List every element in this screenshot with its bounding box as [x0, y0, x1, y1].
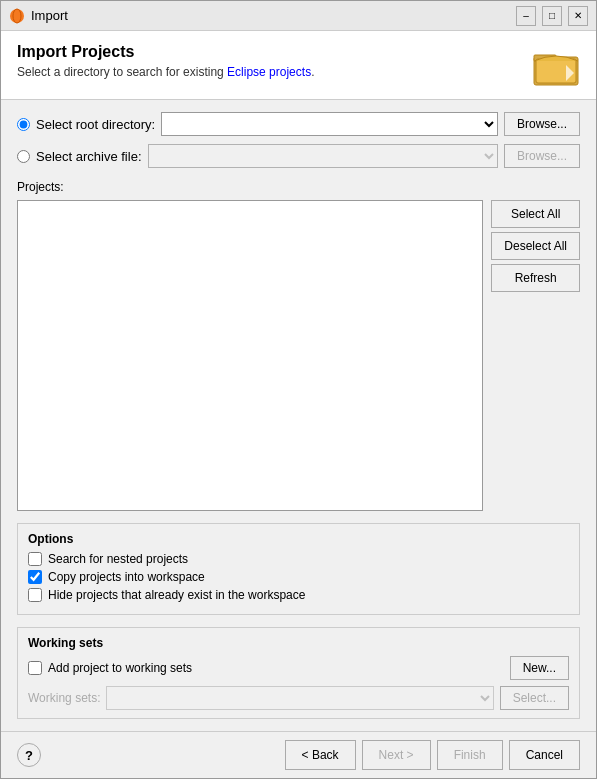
page-title: Import Projects	[17, 43, 314, 61]
add-working-sets-row: Add project to working sets	[28, 661, 502, 675]
projects-label: Projects:	[17, 180, 580, 194]
archive-file-browse-button[interactable]: Browse...	[504, 144, 580, 168]
projects-list	[17, 200, 483, 511]
root-directory-row: Select root directory: Browse...	[17, 112, 580, 136]
archive-file-label: Select archive file:	[36, 149, 142, 164]
options-section: Options Search for nested projects Copy …	[17, 523, 580, 615]
search-nested-checkbox[interactable]	[28, 552, 42, 566]
hide-existing-row: Hide projects that already exist in the …	[28, 588, 569, 602]
eclipse-link[interactable]: Eclipse projects	[227, 65, 311, 79]
close-button[interactable]: ✕	[568, 6, 588, 26]
root-directory-select[interactable]	[161, 112, 498, 136]
add-working-sets-label: Add project to working sets	[48, 661, 192, 675]
working-sets-title: Working sets	[28, 636, 569, 650]
working-sets-select-row: Working sets: Select...	[28, 686, 569, 710]
copy-projects-checkbox[interactable]	[28, 570, 42, 584]
select-all-button[interactable]: Select All	[491, 200, 580, 228]
import-dialog: Import – □ ✕ Import Projects Select a di…	[0, 0, 597, 779]
search-nested-row: Search for nested projects	[28, 552, 569, 566]
help-button[interactable]: ?	[17, 743, 41, 767]
copy-projects-row: Copy projects into workspace	[28, 570, 569, 584]
deselect-all-button[interactable]: Deselect All	[491, 232, 580, 260]
svg-point-1	[13, 9, 21, 23]
header-section: Import Projects Select a directory to se…	[1, 31, 596, 100]
main-content: Select root directory: Browse... Select …	[1, 100, 596, 731]
root-directory-radio[interactable]	[17, 118, 30, 131]
hide-existing-checkbox[interactable]	[28, 588, 42, 602]
root-directory-browse-button[interactable]: Browse...	[504, 112, 580, 136]
projects-buttons: Select All Deselect All Refresh	[491, 200, 580, 511]
copy-projects-label: Copy projects into workspace	[48, 570, 205, 584]
maximize-button[interactable]: □	[542, 6, 562, 26]
working-sets-section: Working sets Add project to working sets…	[17, 627, 580, 719]
header-text: Import Projects Select a directory to se…	[17, 43, 314, 79]
working-sets-label: Working sets:	[28, 691, 100, 705]
next-button[interactable]: Next >	[362, 740, 431, 770]
bottom-bar: ? < Back Next > Finish Cancel	[1, 731, 596, 778]
projects-area: Select All Deselect All Refresh	[17, 200, 580, 511]
new-working-set-button[interactable]: New...	[510, 656, 569, 680]
archive-file-select[interactable]	[148, 144, 498, 168]
folder-icon	[532, 43, 580, 87]
options-title: Options	[28, 532, 569, 546]
back-button[interactable]: < Back	[285, 740, 356, 770]
finish-button[interactable]: Finish	[437, 740, 503, 770]
header-description: Select a directory to search for existin…	[17, 65, 314, 79]
title-bar: Import – □ ✕	[1, 1, 596, 31]
title-bar-label: Import	[31, 8, 510, 23]
eclipse-title-icon	[9, 8, 25, 24]
archive-file-row: Select archive file: Browse...	[17, 144, 580, 168]
root-directory-label: Select root directory:	[36, 117, 155, 132]
add-working-sets-checkbox[interactable]	[28, 661, 42, 675]
hide-existing-label: Hide projects that already exist in the …	[48, 588, 305, 602]
cancel-button[interactable]: Cancel	[509, 740, 580, 770]
select-working-sets-button[interactable]: Select...	[500, 686, 569, 710]
working-sets-select[interactable]	[106, 686, 493, 710]
refresh-button[interactable]: Refresh	[491, 264, 580, 292]
archive-file-radio[interactable]	[17, 150, 30, 163]
minimize-button[interactable]: –	[516, 6, 536, 26]
search-nested-label: Search for nested projects	[48, 552, 188, 566]
